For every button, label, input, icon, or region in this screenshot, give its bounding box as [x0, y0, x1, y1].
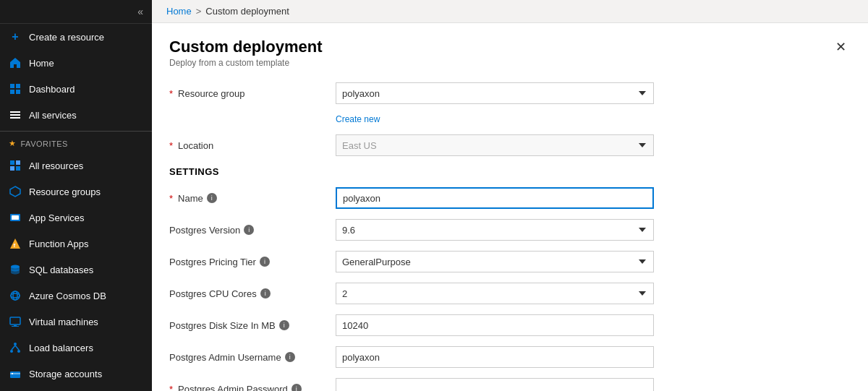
postgres-pricing-info-icon[interactable]: i: [260, 257, 270, 267]
svg-rect-4: [10, 111, 20, 113]
content-area: Custom deployment Deploy from a custom t…: [152, 23, 868, 391]
postgres-version-select[interactable]: 9.6 10 11: [336, 219, 654, 241]
sidebar-item-label: App Services: [29, 212, 85, 223]
svg-rect-5: [10, 114, 20, 116]
app-services-icon: [9, 211, 22, 224]
list-icon: [9, 108, 22, 121]
load-balancers-icon: [9, 341, 22, 354]
settings-header: SETTINGS: [169, 166, 851, 177]
svg-rect-3: [16, 90, 20, 94]
sidebar-item-label: Storage accounts: [29, 369, 102, 379]
page-title-section: Custom deployment Deploy from a custom t…: [169, 38, 322, 68]
postgres-disk-info-icon[interactable]: i: [279, 320, 289, 330]
postgres-cpu-label: Postgres CPU Cores i: [169, 288, 328, 299]
sidebar-item-label: Function Apps: [29, 239, 88, 249]
postgres-pricing-select[interactable]: Basic GeneralPurpose MemoryOptimized: [336, 251, 654, 272]
svg-line-27: [15, 345, 19, 350]
sidebar-item-label: Load balancers: [29, 343, 93, 353]
postgres-pricing-label: Postgres Pricing Tier i: [169, 257, 328, 267]
svg-point-19: [11, 293, 20, 298]
name-input[interactable]: [336, 187, 654, 209]
sidebar-item-all-services[interactable]: All services: [0, 102, 152, 128]
name-info-icon[interactable]: i: [207, 193, 217, 203]
favorites-section-label: ★ FAVORITES: [0, 134, 152, 152]
home-icon: [9, 56, 22, 69]
page-subtitle: Deploy from a custom template: [169, 58, 322, 68]
svg-rect-6: [10, 117, 20, 119]
svg-line-26: [12, 345, 15, 350]
sidebar-item-dashboard[interactable]: Dashboard: [0, 76, 152, 102]
storage-accounts-icon: [9, 367, 22, 380]
resource-group-label: * Resource group: [169, 88, 328, 99]
svg-rect-1: [16, 84, 20, 88]
postgres-admin-user-label: Postgres Admin Username i: [169, 352, 328, 363]
sidebar-item-app-services[interactable]: App Services: [0, 205, 152, 231]
postgres-admin-user-input[interactable]: [336, 346, 654, 368]
sidebar-item-sql-databases[interactable]: SQL databases: [0, 257, 152, 283]
svg-rect-8: [16, 160, 20, 165]
sidebar-item-virtual-networks[interactable]: Virtual networks: [0, 387, 152, 391]
sql-databases-icon: [9, 263, 22, 276]
all-resources-icon: [9, 159, 22, 172]
sidebar-item-label: Create a resource: [29, 32, 104, 43]
sidebar-item-function-apps[interactable]: f Function Apps: [0, 231, 152, 257]
svg-rect-20: [10, 317, 20, 325]
sidebar-item-label: SQL databases: [29, 265, 93, 275]
star-icon: ★: [9, 139, 17, 148]
sidebar-item-label: Home: [29, 58, 54, 69]
svg-rect-28: [10, 371, 20, 378]
page-header: Custom deployment Deploy from a custom t…: [169, 38, 851, 68]
sidebar-item-load-balancers[interactable]: Load balancers: [0, 335, 152, 361]
postgres-admin-pass-label: * Postgres Admin Password i: [169, 384, 328, 392]
postgres-pricing-row: Postgres Pricing Tier i Basic GeneralPur…: [169, 251, 851, 272]
postgres-cpu-select[interactable]: 2 4 8 16 32 64: [336, 283, 654, 304]
collapse-button[interactable]: «: [135, 4, 146, 19]
postgres-cpu-row: Postgres CPU Cores i 2 4 8 16 32 64: [169, 283, 851, 304]
required-indicator: *: [169, 88, 173, 99]
sidebar-item-create-resource[interactable]: + Create a resource: [0, 24, 152, 50]
svg-rect-22: [12, 326, 19, 327]
sidebar-top: «: [0, 0, 152, 24]
svg-marker-11: [10, 186, 20, 197]
page-title: Custom deployment: [169, 38, 322, 56]
breadcrumb-home-link[interactable]: Home: [166, 6, 192, 17]
name-label: * Name i: [169, 193, 328, 204]
postgres-admin-pass-input[interactable]: [336, 378, 654, 391]
postgres-disk-input[interactable]: [336, 314, 654, 336]
sidebar-item-label: Resource groups: [29, 186, 101, 197]
svg-rect-0: [10, 84, 14, 88]
svg-point-23: [14, 343, 17, 345]
sidebar-item-cosmos-db[interactable]: Azure Cosmos DB: [0, 283, 152, 309]
sidebar-item-virtual-machines[interactable]: Virtual machines: [0, 309, 152, 335]
sidebar-item-storage-accounts[interactable]: Storage accounts: [0, 361, 152, 387]
resource-group-row: * Resource group polyaxon: [169, 82, 851, 104]
svg-rect-7: [10, 160, 14, 165]
required-indicator: *: [169, 140, 173, 151]
postgres-admin-pass-row: * Postgres Admin Password i: [169, 378, 851, 391]
create-new-link[interactable]: Create new: [336, 114, 851, 124]
close-button[interactable]: ✕: [831, 38, 851, 56]
location-select[interactable]: East US: [336, 134, 654, 156]
location-label: * Location: [169, 140, 328, 151]
sidebar-item-label: All resources: [29, 160, 83, 171]
postgres-admin-user-info-icon[interactable]: i: [285, 352, 295, 362]
plus-icon: +: [9, 30, 22, 43]
virtual-machines-icon: [9, 315, 22, 328]
postgres-version-info-icon[interactable]: i: [244, 225, 254, 235]
breadcrumb: Home > Custom deployment: [152, 0, 868, 23]
svg-rect-13: [12, 215, 19, 220]
sidebar-item-home[interactable]: Home: [0, 50, 152, 76]
postgres-cpu-info-icon[interactable]: i: [260, 288, 271, 298]
sidebar-item-all-resources[interactable]: All resources: [0, 152, 152, 179]
resource-groups-icon: [9, 185, 22, 198]
postgres-admin-pass-info-icon[interactable]: i: [292, 384, 302, 391]
required-indicator: *: [169, 384, 173, 392]
sidebar-item-resource-groups[interactable]: Resource groups: [0, 179, 152, 205]
svg-text:f: f: [14, 242, 16, 249]
postgres-disk-label: Postgres Disk Size In MB i: [169, 320, 328, 331]
breadcrumb-current: Custom deployment: [205, 6, 289, 17]
svg-point-18: [13, 291, 17, 300]
postgres-disk-row: Postgres Disk Size In MB i: [169, 314, 851, 336]
main-content: Home > Custom deployment Custom deployme…: [152, 0, 868, 391]
resource-group-select[interactable]: polyaxon: [336, 82, 654, 104]
